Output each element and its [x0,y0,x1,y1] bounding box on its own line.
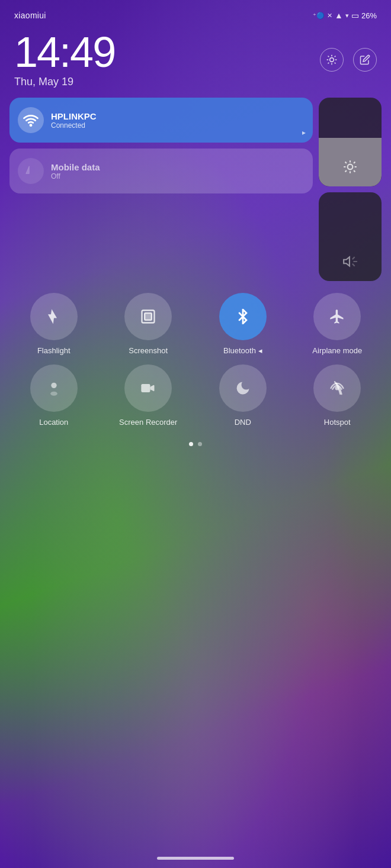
svg-line-21 [352,257,355,259]
tiles-left: HPLINKPC Connected ▸ Mobile data Off [9,98,313,193]
dnd-circle [219,364,267,412]
bluetooth-label: Bluetooth ◂ [223,346,262,356]
bluetooth-status-icon: ⁺🔵 [313,12,325,20]
page-dot-2 [198,442,202,446]
location-button[interactable]: Location [9,364,98,428]
mobile-data-label: Mobile data [51,162,100,172]
flashlight-button[interactable]: Flashlight [9,293,98,356]
flashlight-circle [30,293,78,340]
volume-slider[interactable] [319,192,382,281]
no-sim-icon: ✕ [327,12,332,20]
location-circle [30,364,78,412]
brightness-slider-icon [342,159,358,178]
clock-action-icons [320,48,377,72]
svg-line-8 [335,56,336,57]
carrier-label: xiaomiui [14,11,46,20]
tiles-row: HPLINKPC Connected ▸ Mobile data Off [0,98,391,281]
home-indicator[interactable] [157,857,234,860]
svg-line-18 [345,170,347,172]
clock-date: Thu, May 19 [14,76,115,88]
wifi-ssid: HPLINKPC [51,111,97,121]
svg-line-4 [335,62,336,63]
battery-icon: ▭ [351,11,359,20]
status-icons: ⁺🔵 ✕ ▲ ▾ ▭ 26% [313,11,377,20]
mobile-data-status: Off [51,172,100,180]
svg-rect-25 [145,313,152,320]
svg-point-9 [30,125,31,126]
status-bar: xiaomiui ⁺🔵 ✕ ▲ ▾ ▭ 26% [0,0,391,25]
edit-button[interactable] [353,48,377,72]
screen-recorder-circle [124,364,172,412]
svg-line-3 [328,56,329,57]
clock-date-block: 14:49 Thu, May 19 [14,31,115,88]
wifi-tile-text: HPLINKPC Connected [51,111,97,130]
screen-recorder-button[interactable]: Screen Recorder [104,364,193,428]
wifi-status-icon: ▾ [345,12,349,20]
wifi-tile-arrow: ▸ [302,128,306,137]
bluetooth-button[interactable]: Bluetooth ◂ [198,293,287,356]
svg-rect-28 [142,384,150,392]
battery-percent: 26% [361,11,377,20]
wifi-status: Connected [51,121,97,130]
hotspot-label: Hotspot [324,418,351,428]
screenshot-button[interactable]: Screenshot [104,293,193,356]
wifi-tile[interactable]: HPLINKPC Connected ▸ [9,98,313,143]
airplane-label: Airplane mode [312,346,362,356]
svg-point-27 [50,392,57,396]
screen-recorder-label: Screen Recorder [119,418,177,428]
svg-marker-20 [344,257,350,266]
svg-point-26 [51,383,56,388]
battery-outline: ▭ [351,11,359,20]
clock-time: 14:49 [14,31,115,73]
svg-point-11 [348,164,353,170]
dnd-label: DND [235,418,251,428]
hotspot-circle [313,364,361,412]
sliders-container [319,98,382,281]
signal-icon: ▲ [335,11,343,20]
airplane-mode-button[interactable]: Airplane mode [293,293,382,356]
svg-point-0 [330,57,334,62]
svg-line-22 [352,264,355,266]
mobile-data-tile[interactable]: Mobile data Off [9,149,313,193]
svg-line-19 [354,162,355,163]
volume-slider-icon [342,254,358,273]
mobile-data-icon [18,158,44,184]
airplane-circle [313,293,361,340]
bluetooth-circle [219,293,267,340]
mobile-data-text: Mobile data Off [51,162,100,180]
svg-line-7 [328,62,329,63]
page-dot-1 [189,442,193,446]
quick-actions-grid: Flashlight Screenshot Bluetooth ◂ [0,281,391,434]
screenshot-circle [124,293,172,340]
clock-area: 14:49 Thu, May 19 [0,25,391,98]
location-label: Location [39,418,68,428]
dnd-button[interactable]: DND [198,364,287,428]
svg-line-15 [354,170,355,172]
brightness-button[interactable] [320,48,344,72]
svg-line-14 [345,162,347,163]
page-indicators [0,442,391,446]
brightness-slider[interactable] [319,98,382,186]
flashlight-label: Flashlight [37,346,70,356]
wifi-tile-icon [18,107,44,133]
screenshot-label: Screenshot [129,346,168,356]
hotspot-button[interactable]: Hotspot [293,364,382,428]
svg-marker-10 [26,166,30,174]
